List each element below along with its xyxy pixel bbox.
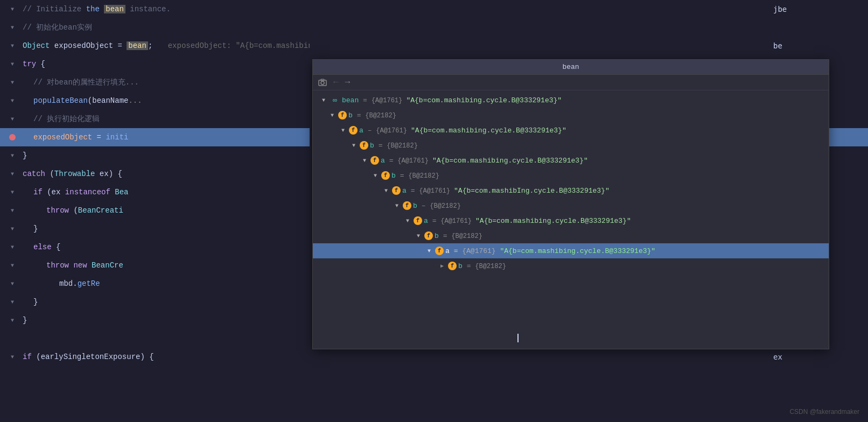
right-line-1: jbe xyxy=(771,0,868,18)
code-line-12: ▼ throw (BeanCreati xyxy=(0,201,310,220)
right-line-2 xyxy=(771,18,868,37)
cursor-area xyxy=(313,327,829,349)
expand-arrow-8[interactable]: ▼ xyxy=(393,201,401,210)
comment-text-1: // Initialize xyxy=(23,5,86,13)
tree-row-12[interactable]: ▶ f b = {B@2182} xyxy=(313,258,829,273)
tree-row-10[interactable]: ▼ f b = {B@2182} xyxy=(313,228,829,243)
tree-row-4[interactable]: ▼ f b = {B@2182} xyxy=(313,138,829,153)
fold-icon-18: ▼ xyxy=(8,318,17,323)
expand-arrow-7[interactable]: ▼ xyxy=(382,186,390,195)
expand-arrow-3[interactable]: ▼ xyxy=(339,126,347,135)
tree-row-2[interactable]: ▼ f b = {B@2182} xyxy=(313,108,829,123)
kw-instanceof: instanceof xyxy=(65,188,110,196)
right-text-1: jbe xyxy=(773,5,787,13)
brace-close-1: } xyxy=(23,151,27,160)
field-icon-9: f xyxy=(414,216,422,225)
gutter-10: ▼ xyxy=(4,171,20,177)
field-icon-7: f xyxy=(392,186,401,195)
paren3: ( xyxy=(69,206,78,215)
line-content-3: Object exposedObject = bean; exposedObje… xyxy=(20,41,310,50)
tree-node-9: a = {A@1761} "A{b=com.mashibing.cycle.B@… xyxy=(424,217,631,225)
right-line-3: be xyxy=(771,37,868,55)
gutter-5: ▼ xyxy=(4,80,20,86)
tree-node-5: a = {A@1761} "A{b=com.mashibing.cycle.B@… xyxy=(381,157,588,165)
gutter-15: ▼ xyxy=(4,263,20,269)
node-eq-10: = xyxy=(443,232,452,240)
line-content-14: else { xyxy=(20,243,310,251)
forward-button[interactable]: → xyxy=(344,78,352,87)
gutter-6: ▼ xyxy=(4,98,20,104)
line-content-5: // 对bean的属性进行填充... xyxy=(20,78,310,87)
fold-icon-3: ▼ xyxy=(8,43,17,49)
camera-button[interactable] xyxy=(317,77,328,88)
back-button[interactable]: ← xyxy=(332,78,340,87)
editor-area: ▼ // Initialize the bean instance. ▼ // … xyxy=(0,0,868,422)
fold-icon-15: ▼ xyxy=(8,263,17,269)
node-eq-9: = xyxy=(432,217,441,225)
comment-fill: // 对bean的属性进行填充... xyxy=(33,78,139,87)
field-icon-6: f xyxy=(381,171,390,180)
fn-populate: populateBean xyxy=(33,96,88,105)
tree-row-7[interactable]: ▼ f a = {A@1761} "A{b=com.mashibIng.cycl… xyxy=(313,183,829,198)
line-content-1: // Initialize the bean instance. xyxy=(20,5,310,13)
node-ref-10: {B@2182} xyxy=(451,233,482,240)
fn-init: initi xyxy=(106,133,128,142)
node-name-3: a xyxy=(359,126,363,135)
node-name-12: b xyxy=(458,262,463,270)
node-eq-3: – xyxy=(368,126,376,135)
expand-arrow-12[interactable]: ▶ xyxy=(438,262,446,270)
comment-text-1c: instance. xyxy=(125,5,171,13)
node-ref-9: {A@1761} xyxy=(440,217,475,225)
field-icon-2: f xyxy=(338,111,347,119)
brace-open: { xyxy=(36,60,45,68)
node-eq-8: – xyxy=(422,202,430,210)
field-icon-8: f xyxy=(403,201,411,210)
expand-arrow-2[interactable]: ▼ xyxy=(328,111,337,119)
paren-early: ( xyxy=(32,353,41,361)
expand-arrow-4[interactable]: ▼ xyxy=(349,141,358,150)
brace-else: { xyxy=(52,243,61,251)
code-line-11: ▼ if (ex instanceof Bea xyxy=(0,183,310,201)
brace-close-3: } xyxy=(33,298,38,306)
brace-close-2: } xyxy=(33,224,38,233)
expand-arrow-9[interactable]: ▼ xyxy=(403,216,412,225)
tree-row-9[interactable]: ▼ f a = {A@1761} "A{b=com.mashibing.cycl… xyxy=(313,213,829,228)
tree-row-1[interactable]: ▼ ∞ bean = {A@1761} "A{b=com.mashibing.c… xyxy=(313,93,829,108)
code-line-20: ▼ if (earlySingletonExposure) { xyxy=(0,348,310,366)
tree-row-8[interactable]: ▼ f b – {B@2182} xyxy=(313,198,829,213)
expand-arrow-6[interactable]: ▼ xyxy=(371,171,380,180)
node-name-11: a xyxy=(445,247,450,255)
line-content-12: throw (BeanCreati xyxy=(20,206,310,215)
field-icon-5: f xyxy=(370,156,379,165)
breakpoint-indicator xyxy=(9,134,16,140)
debug-popup: bean ← → ▼ ∞ bean = xyxy=(312,59,829,349)
tree-row-6[interactable]: ▼ f b = {B@2182} xyxy=(313,168,829,183)
expand-arrow-10[interactable]: ▼ xyxy=(414,231,423,240)
infinity-icon-1: ∞ xyxy=(330,96,340,104)
node-ref-8: {B@2182} xyxy=(430,202,461,210)
node-ref-1: {A@1761} xyxy=(372,97,407,104)
line-content-16: mbd.getRe xyxy=(20,279,310,288)
inline-comment: exposedObject: "A{b=com.mashibing.cycle.… xyxy=(168,41,310,50)
expand-arrow-1[interactable]: ▼ xyxy=(319,96,328,104)
kw-throw2: throw xyxy=(46,261,69,270)
kw-catch: catch xyxy=(23,170,45,178)
watermark: CSDN @fakerandmaker xyxy=(789,408,859,416)
fold-icon-16: ▼ xyxy=(8,281,17,287)
tree-row-5[interactable]: ▼ f a = {A@1761} "A{b=com.mashibing.cycl… xyxy=(313,153,829,168)
kw-new: new xyxy=(73,261,87,270)
gutter-17: ▼ xyxy=(4,299,20,305)
debug-tree: ▼ ∞ bean = {A@1761} "A{b=com.mashibing.c… xyxy=(313,90,829,327)
gutter-16: ▼ xyxy=(4,281,20,287)
type-throwable: Throwable xyxy=(54,170,95,178)
node-ref-6: {B@2182} xyxy=(408,172,439,180)
assign: = xyxy=(92,133,106,142)
var-early: earlySingletonExposure xyxy=(41,353,141,361)
tree-row-11[interactable]: ▼ f a = {A@1761} "A{b=com.mashibing.cycl… xyxy=(313,243,829,258)
tree-row-3[interactable]: ▼ f a – {A@1761} "A{b=com.mashibing.cycl… xyxy=(313,123,829,138)
fold-icon-14: ▼ xyxy=(8,244,17,250)
expand-arrow-11[interactable]: ▼ xyxy=(425,247,433,255)
keyword-the: the xyxy=(86,5,100,13)
fold-icon-9: ▼ xyxy=(8,153,17,159)
expand-arrow-5[interactable]: ▼ xyxy=(360,156,369,165)
